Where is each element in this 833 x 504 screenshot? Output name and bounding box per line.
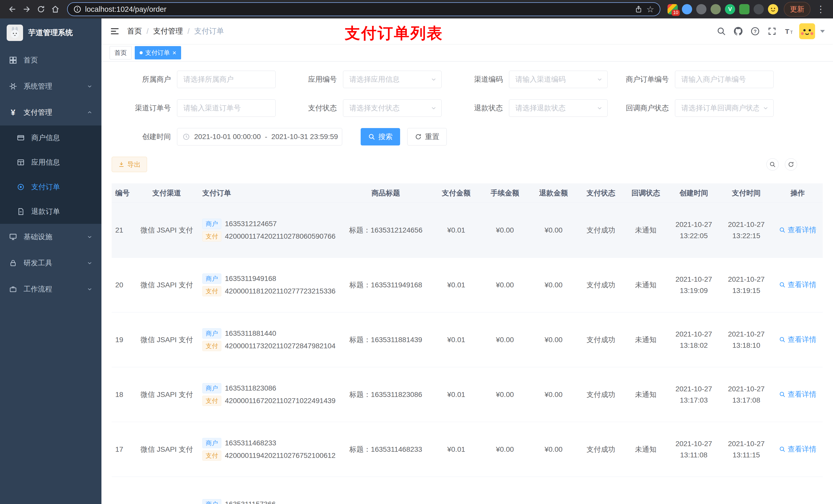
col-title: 商品标题: [340, 188, 432, 198]
cell-refund: ¥0.00: [529, 226, 578, 234]
sidebar-item-app-info[interactable]: 应用信息: [0, 150, 101, 175]
filter-merchant-input[interactable]: [177, 71, 276, 88]
sidebar-item-infra[interactable]: 基础设施: [0, 224, 101, 250]
help-icon[interactable]: ?: [748, 25, 762, 38]
reset-button[interactable]: 重置: [407, 128, 447, 145]
cell-channel: 微信 JSAPI 支付: [137, 280, 196, 290]
search-button[interactable]: 搜索: [361, 128, 400, 145]
sidebar-item-label: 支付管理: [24, 107, 52, 117]
export-button[interactable]: 导出: [112, 157, 147, 172]
clock-icon: [182, 133, 190, 141]
tab-label: 首页: [115, 49, 127, 57]
extension-icon-3[interactable]: [696, 4, 707, 14]
breadcrumb-section[interactable]: 支付管理: [153, 26, 183, 37]
browser-reload-icon[interactable]: [34, 2, 48, 16]
cell-status: 支付成功: [578, 445, 624, 454]
browser-forward-icon[interactable]: [20, 2, 34, 16]
share-icon[interactable]: [635, 5, 642, 13]
create-time-range-picker[interactable]: 2021-10-01 00:00:00 - 2021-10-31 23:59:5…: [177, 128, 342, 145]
extension-badge: 10: [672, 10, 680, 16]
filter-merchant-label: 所属商户: [112, 74, 177, 84]
url-bar[interactable]: localhost:1024/pay/order ☆: [67, 2, 660, 16]
table-row[interactable]: 21 微信 JSAPI 支付 商户1635312124657 支付4200001…: [112, 203, 823, 258]
view-detail-link[interactable]: 查看详情: [779, 225, 816, 235]
table-row[interactable]: 20 微信 JSAPI 支付 商户1635311949168 支付4200001…: [112, 258, 823, 312]
col-amount: 支付金额: [432, 188, 480, 198]
sidebar-collapse-icon[interactable]: [110, 26, 120, 37]
bookmark-star-icon[interactable]: ☆: [646, 5, 654, 14]
sidebar-item-refund-order[interactable]: 退款订单: [0, 199, 101, 224]
user-avatar[interactable]: [799, 23, 815, 39]
tab-label: 支付订单: [145, 49, 170, 57]
browser-home-icon[interactable]: [48, 2, 63, 16]
cell-paid: 2021-10-2713:19:15: [720, 274, 772, 296]
emoji-extension-icon[interactable]: [768, 4, 778, 14]
table-icon: [16, 158, 25, 167]
filter-notify-status-select[interactable]: [675, 99, 774, 117]
tab-pay-order[interactable]: 支付订单 ×: [135, 46, 181, 59]
fullscreen-icon[interactable]: [765, 25, 779, 38]
sidebar-item-pay-order[interactable]: 支付订单: [0, 175, 101, 199]
browser-back-icon[interactable]: [5, 2, 20, 16]
tags-view: 首页 支付订单 ×: [101, 44, 833, 62]
filter-refund-status-label: 退款状态: [444, 103, 509, 113]
caret-down-icon[interactable]: [820, 30, 825, 33]
view-detail-link[interactable]: 查看详情: [779, 389, 816, 399]
extension-icon-2[interactable]: [682, 4, 692, 14]
cell-created: 2021-10-2713:19:09: [668, 274, 720, 296]
sidebar-item-system[interactable]: 系统管理: [0, 73, 101, 99]
site-info-icon[interactable]: [73, 5, 81, 13]
export-button-label: 导出: [127, 160, 141, 169]
filter-pay-status-label: 支付状态: [278, 103, 343, 113]
gear-icon: [9, 82, 18, 91]
view-detail-link[interactable]: 查看详情: [779, 280, 816, 290]
extension-icon-4[interactable]: [711, 4, 721, 14]
filter-merchant-order-input[interactable]: [675, 71, 774, 88]
col-fee: 手续金额: [480, 188, 529, 198]
filter-channel-order-input[interactable]: [177, 99, 276, 117]
table-row[interactable]: 19 微信 JSAPI 支付 商户1635311881440 支付4200001…: [112, 312, 823, 367]
chevron-down-icon: [87, 286, 93, 292]
extension-icon-7[interactable]: [754, 4, 764, 14]
cell-refund: ¥0.00: [529, 336, 578, 344]
col-paid: 支付时间: [720, 188, 772, 198]
font-size-icon[interactable]: TT: [782, 25, 795, 38]
tab-close-icon[interactable]: ×: [172, 49, 176, 56]
extension-icon-6[interactable]: [739, 4, 749, 14]
app-logo: 芋道管理系统: [0, 19, 101, 47]
sidebar-item-devtools[interactable]: 研发工具: [0, 250, 101, 276]
sidebar-item-workflow[interactable]: 工作流程: [0, 276, 101, 302]
extensions-cluster: 10 V: [668, 4, 778, 14]
table-row[interactable]: 商户1635311157366: [112, 477, 823, 504]
extension-icon-1[interactable]: 10: [668, 4, 678, 14]
filter-pay-status-select[interactable]: [343, 99, 442, 117]
browser-menu-icon[interactable]: ⋮: [813, 2, 828, 16]
filter-notify-status-label: 回调商户状态: [610, 103, 675, 113]
sidebar-item-home[interactable]: 首页: [0, 47, 101, 73]
browser-update-button[interactable]: 更新: [784, 2, 810, 17]
sidebar-item-payment[interactable]: ¥ 支付管理: [0, 99, 101, 125]
sidebar-item-merchant-info[interactable]: 商户信息: [0, 125, 101, 150]
filter-app-select[interactable]: [343, 71, 442, 88]
cell-status: 支付成功: [578, 280, 624, 290]
document-icon: [16, 207, 25, 216]
vue-devtools-icon[interactable]: V: [725, 4, 735, 14]
view-detail-link[interactable]: 查看详情: [779, 335, 816, 344]
table-row[interactable]: 18 微信 JSAPI 支付 商户1635311823086 支付4200001…: [112, 367, 823, 422]
github-icon[interactable]: [732, 25, 745, 38]
table-header-row: 编号 支付渠道 支付订单 商品标题 支付金额 手续金额 退款金额 支付状态 回调…: [112, 183, 823, 203]
cell-title: 标题：1635311949168: [340, 280, 432, 290]
table-refresh-button[interactable]: [785, 158, 797, 171]
table-row[interactable]: 17 微信 JSAPI 支付 商户1635311468233 支付4200001…: [112, 422, 823, 477]
merchant-tag: 商户: [203, 499, 221, 504]
sidebar-item-label: 退款订单: [31, 207, 60, 216]
header-search-icon[interactable]: [715, 25, 728, 38]
pay-tag: 支付: [203, 341, 221, 351]
filter-channel-code-select[interactable]: [509, 71, 608, 88]
cell-created: 2021-10-2713:18:02: [668, 329, 720, 351]
view-detail-link[interactable]: 查看详情: [779, 444, 816, 454]
filter-refund-status-select[interactable]: [509, 99, 608, 117]
table-search-toggle-button[interactable]: [766, 158, 779, 171]
tab-home[interactable]: 首页: [110, 46, 132, 59]
breadcrumb-home[interactable]: 首页: [127, 26, 142, 37]
